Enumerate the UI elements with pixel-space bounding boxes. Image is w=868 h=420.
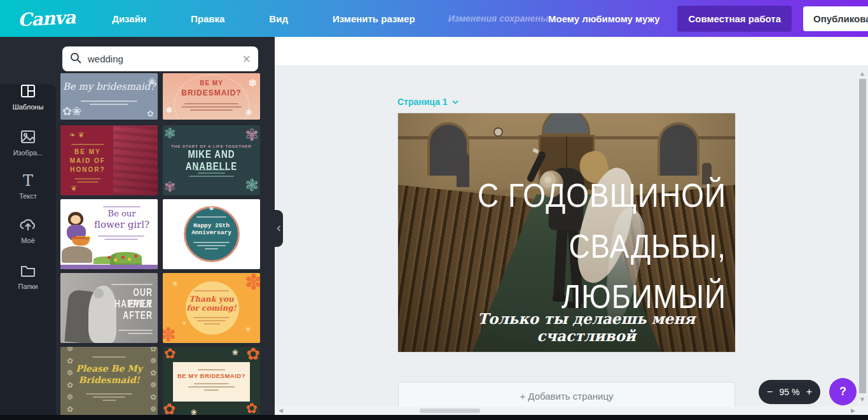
- template-title: Be my bridesmaid?: [60, 81, 158, 92]
- page-label[interactable]: Страница 1: [397, 97, 458, 107]
- placeholder-text-lines: [191, 288, 232, 293]
- menu-edit[interactable]: Правка: [191, 13, 224, 24]
- document-title[interactable]: Моему любимому мужу: [548, 13, 660, 24]
- folder-icon: [0, 262, 56, 279]
- main-menu: Дизайн Правка Вид Изменить размер: [112, 13, 415, 24]
- placeholder-text-lines: [90, 354, 128, 360]
- zoom-control: − 95 % +: [759, 380, 820, 404]
- template-title: HONOR?: [60, 166, 115, 173]
- sidebar-item-uploads[interactable]: Моё: [0, 216, 56, 244]
- search-input[interactable]: [88, 53, 236, 64]
- help-button[interactable]: ?: [829, 378, 857, 405]
- template-title: BE MY: [163, 80, 260, 87]
- clear-search-icon[interactable]: ×: [242, 53, 251, 66]
- stone-illustration: [62, 246, 92, 263]
- bottom-edge-bar: [0, 415, 868, 420]
- page-label-text: Страница 1: [397, 97, 448, 107]
- vertical-scrollbar-thumb[interactable]: [859, 79, 866, 393]
- daisy-decoration: ❀: [232, 348, 238, 357]
- menu-view[interactable]: Вид: [269, 13, 288, 24]
- zoom-out-button[interactable]: −: [767, 386, 773, 398]
- design-page-canvas[interactable]: С ГОДОВЩИНОЙ СВАДЬБЫ, ЛЮБИМЫЙ Только ты …: [398, 113, 735, 352]
- vertical-scrollbar-up-arrow[interactable]: ▲: [859, 70, 865, 77]
- placeholder-text-lines: [163, 101, 260, 113]
- purple-stripe: [60, 265, 158, 269]
- placeholder-text-lines: [105, 328, 153, 336]
- placeholder-text-lines: [191, 315, 232, 326]
- canva-editor: Canva Дизайн Правка Вид Изменить размер …: [0, 0, 868, 420]
- template-thumbnail-olive-bridesmaid[interactable]: ❁✿❁✿❁✿ ✿❁✿❁✿❁ Please Be My Bridesmaid!: [60, 347, 158, 415]
- placeholder-text-lines: [88, 234, 154, 242]
- daisy-decoration: ❀: [191, 408, 197, 415]
- red-dress-photo: [113, 125, 158, 195]
- template-thumbnail-25th-anniversary[interactable]: ⚭ Happy 25th Anniversary: [163, 199, 260, 269]
- cloud-upload-icon: [0, 216, 56, 233]
- palm-leaf-decoration: ✾: [245, 125, 259, 145]
- template-title: Anniversary: [163, 229, 260, 236]
- text-icon: T: [0, 173, 56, 188]
- hibiscus-decoration: ✽: [163, 323, 176, 343]
- top-bar: Canva Дизайн Правка Вид Изменить размер …: [0, 0, 868, 37]
- vertical-scrollbar-down-arrow[interactable]: ▼: [859, 396, 865, 403]
- design-subtitle-text[interactable]: Только ты делаешь меня счастливой: [443, 310, 730, 344]
- horizontal-scrollbar: ◀ ▶: [275, 407, 868, 415]
- palm-leaf-decoration: ✾: [164, 179, 176, 195]
- search-box: ×: [62, 46, 258, 71]
- horizontal-scrollbar-left-arrow[interactable]: ◀: [279, 407, 283, 414]
- templates-panel: × ✿❀ ❀ ✿ Be my bridesmaid? ✽ ❋ ✽ BE MY B…: [56, 37, 275, 415]
- zoom-in-button[interactable]: +: [806, 386, 812, 398]
- template-thumbnail-happily-ever-after[interactable]: OUR HAPPILY EVER AFTER: [60, 273, 158, 343]
- template-title: Thank you: [163, 295, 260, 304]
- template-eyebrow: THE START OF A LIFE TOGETHER: [163, 144, 260, 148]
- flower-spark-decoration: ✳: [172, 279, 178, 288]
- daisy-decoration: ✿: [163, 400, 176, 415]
- collaborate-button[interactable]: Совместная работа: [677, 6, 792, 32]
- daisy-decoration: ✿: [246, 347, 260, 364]
- sidebar-item-images[interactable]: Изобра...: [0, 129, 56, 157]
- design-heading-text[interactable]: С ГОДОВЩИНОЙ СВАДЬБЫ, ЛЮБИМЫЙ: [478, 171, 726, 323]
- sidebar-item-label: Текст: [0, 192, 56, 200]
- sidebar-item-label: Моё: [0, 237, 56, 244]
- sidebar-item-templates[interactable]: Шаблоны: [0, 83, 56, 111]
- template-title: Happy 25th: [163, 222, 260, 229]
- menu-resize[interactable]: Изменить размер: [333, 13, 415, 24]
- horizontal-scrollbar-right-arrow[interactable]: ▶: [851, 407, 855, 414]
- menu-design[interactable]: Дизайн: [112, 13, 146, 24]
- canva-logo[interactable]: Canva: [17, 6, 76, 31]
- template-thumbnail-flower-girl[interactable]: Be our flower girl?: [60, 199, 158, 269]
- floral-decoration: ✿: [147, 109, 154, 118]
- flower-spark-decoration: ✳: [245, 325, 251, 334]
- template-thumbnail-mike-anabelle[interactable]: ❃ ✾ ✾ ❃ THE START OF A LIFE TOGETHER MIK…: [163, 125, 260, 195]
- template-title: Bridesmaid!: [60, 375, 158, 385]
- save-status: Изменения сохранены: [448, 13, 548, 24]
- template-thumbnail-daisy-bridesmaid[interactable]: ✿ ✿ ❀ ✿ ✿ ❀ BE MY BRIDESMAID?: [163, 347, 260, 415]
- template-thumbnail-maid-of-honor[interactable]: ❧ ❦ BE MY MAID OF HONOR? ❦: [60, 125, 158, 195]
- wedding-rings-icon: ⚭: [163, 204, 260, 213]
- template-title: flower girl?: [88, 219, 155, 230]
- flower-spark-decoration: ✳: [182, 320, 187, 326]
- template-title: EVER AFTER: [99, 298, 153, 321]
- template-title: BE MY: [60, 148, 115, 155]
- flourish-decoration: ❧ ❦: [69, 130, 84, 139]
- horizontal-scrollbar-thumb[interactable]: [420, 409, 480, 413]
- template-title: for coming!: [163, 304, 260, 312]
- placeholder-text-lines: [192, 240, 231, 251]
- publish-button[interactable]: Опубликовать: [803, 6, 868, 31]
- placeholder-text-lines: [163, 167, 260, 179]
- sidebar-item-label: Изобра...: [0, 149, 56, 157]
- template-title: BE MY BRIDESMAID?: [163, 372, 260, 379]
- template-thumbnail-thank-you[interactable]: ✽ ✽ ✳ ✳ ✳ Thank you for coming!: [163, 273, 260, 343]
- sidebar-item-text[interactable]: T Текст: [0, 173, 56, 200]
- panel-collapse-tab[interactable]: [275, 210, 283, 247]
- template-thumbnail-blue-bridesmaid[interactable]: ✿❀ ❀ ✿ Be my bridesmaid?: [60, 73, 158, 120]
- placeholder-text-lines: [60, 176, 115, 185]
- template-title: Be our: [88, 209, 155, 218]
- placeholder-text-lines: [195, 214, 228, 220]
- daisy-decoration: ✿: [246, 400, 258, 415]
- template-thumbnail-peach-bridesmaid[interactable]: ✽ ❋ ✽ BE MY BRIDESMAID?: [163, 73, 260, 120]
- template-title: BRIDESMAID?: [163, 88, 260, 97]
- zoom-level: 95 %: [780, 387, 800, 397]
- sidebar-item-label: Папки: [0, 283, 56, 290]
- sidebar-item-folders[interactable]: Папки: [0, 262, 56, 290]
- placeholder-text-lines: [60, 99, 158, 107]
